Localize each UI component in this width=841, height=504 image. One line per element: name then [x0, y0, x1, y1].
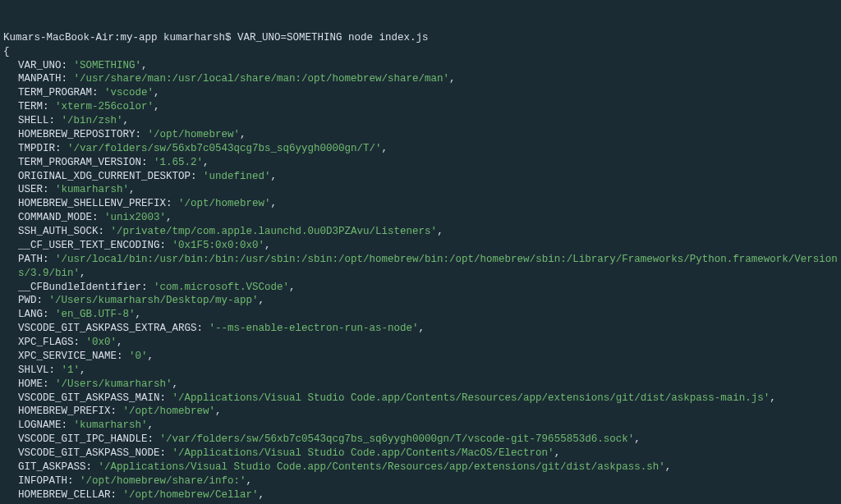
trailing-comma: , — [129, 184, 136, 195]
trailing-comma: , — [123, 115, 130, 126]
env-entry: TERM_PROGRAM_VERSION: '1.65.2', — [3, 156, 838, 170]
colon-separator: : — [86, 461, 99, 473]
env-key: TERM — [18, 101, 43, 112]
object-open-brace: { — [3, 45, 838, 59]
env-value: 'kumarharsh' — [74, 419, 148, 431]
env-entry: XPC_FLAGS: '0x0', — [3, 336, 838, 350]
colon-separator: : — [74, 337, 86, 348]
env-entry: HOMEBREW_PREFIX: '/opt/homebrew', — [3, 405, 838, 419]
colon-separator: : — [49, 364, 62, 376]
env-key: TMPDIR — [18, 143, 55, 154]
trailing-comma: , — [141, 60, 148, 71]
env-key: INFOPATH — [18, 475, 67, 487]
env-entry: TERM_PROGRAM: 'vscode', — [3, 86, 838, 100]
trailing-comma: , — [154, 87, 160, 99]
env-value: '/var/folders/sw/56xb7c0543qcg7bs_sq6yyg… — [160, 433, 635, 445]
colon-separator: : — [62, 419, 74, 431]
colon-separator: : — [136, 129, 148, 140]
env-value: '/Users/kumarharsh' — [55, 378, 172, 390]
trailing-comma: , — [80, 268, 86, 279]
colon-separator: : — [148, 433, 160, 445]
env-entry: PATH: '/usr/local/bin:/usr/bin:/bin:/usr… — [3, 253, 838, 281]
env-entry: VSCODE_GIT_ASKPASS_NODE: '/Applications/… — [3, 447, 838, 460]
colon-separator: : — [197, 323, 209, 334]
env-value: '/Applications/Visual Studio Code.app/Co… — [172, 392, 770, 404]
env-key: LOGNAME — [18, 419, 62, 431]
colon-separator: : — [191, 171, 203, 182]
env-key: VSCODE_GIT_IPC_HANDLE — [18, 433, 148, 445]
env-value: 'xterm-256color' — [55, 101, 154, 112]
trailing-comma: , — [136, 309, 142, 320]
env-value: 'com.microsoft.VSCode' — [154, 282, 289, 293]
env-entry: VSCODE_GIT_ASKPASS_EXTRA_ARGS: '--ms-ena… — [3, 322, 838, 336]
env-entry: VAR_UNO: 'SOMETHING', — [3, 59, 838, 73]
colon-separator: : — [43, 254, 55, 265]
env-key: SHLVL — [18, 364, 49, 376]
trailing-comma: , — [382, 143, 388, 154]
trailing-comma: , — [259, 295, 265, 306]
env-key: USER — [18, 184, 43, 195]
shell-prompt: Kumars-MacBook-Air:my-app kumarharsh$ — [3, 32, 232, 44]
trailing-comma: , — [437, 226, 443, 237]
trailing-comma: , — [271, 171, 278, 182]
env-entry: SSH_AUTH_SOCK: '/private/tmp/com.apple.l… — [3, 225, 838, 239]
colon-separator: : — [160, 392, 172, 404]
env-value: '0x0' — [86, 337, 117, 348]
colon-separator: : — [141, 157, 154, 168]
env-key: MANPATH — [18, 73, 62, 85]
env-key: GIT_ASKPASS — [18, 461, 86, 473]
env-entry: VSCODE_GIT_IPC_HANDLE: '/var/folders/sw/… — [3, 433, 838, 447]
env-entry: INFOPATH: '/opt/homebrew/share/info:', — [3, 474, 838, 488]
env-key: VSCODE_GIT_ASKPASS_NODE — [18, 447, 160, 459]
terminal-output[interactable]: Kumars-MacBook-Air:my-app kumarharsh$ VA… — [3, 3, 838, 504]
colon-separator: : — [43, 101, 55, 112]
env-entry: PWD: '/Users/kumarharsh/Desktop/my-app', — [3, 294, 838, 308]
env-value: '/opt/homebrew/Cellar' — [123, 489, 259, 501]
env-entry: LANG: 'en_GB.UTF-8', — [3, 308, 838, 322]
env-key: ORIGINAL_XDG_CURRENT_DESKTOP — [18, 171, 191, 182]
env-value: '/usr/share/man:/usr/local/share/man:/op… — [74, 73, 450, 85]
env-entry: GIT_ASKPASS: '/Applications/Visual Studi… — [3, 460, 838, 474]
colon-separator: : — [92, 212, 104, 223]
trailing-comma: , — [240, 129, 246, 140]
env-entry: HOMEBREW_CELLAR: '/opt/homebrew/Cellar', — [3, 488, 838, 502]
trailing-comma: , — [215, 405, 222, 417]
env-entry: ORIGINAL_XDG_CURRENT_DESKTOP: 'undefined… — [3, 170, 838, 184]
trailing-comma: , — [259, 489, 265, 501]
env-entry: SHELL: '/bin/zsh', — [3, 114, 838, 128]
env-entry: HOMEBREW_SHELLENV_PREFIX: '/opt/homebrew… — [3, 197, 838, 211]
env-value: '/opt/homebrew' — [123, 405, 216, 417]
env-value: '0x1F5:0x0:0x0' — [172, 240, 265, 251]
colon-separator: : — [43, 309, 55, 320]
trailing-comma: , — [419, 323, 425, 334]
trailing-comma: , — [271, 198, 278, 209]
env-value: '/opt/homebrew' — [178, 198, 271, 209]
entered-command: VAR_UNO=SOMETHING node index.js — [237, 32, 429, 44]
env-entry: TMPDIR: '/var/folders/sw/56xb7c0543qcg7b… — [3, 142, 838, 156]
env-key: XPC_SERVICE_NAME — [18, 351, 117, 362]
trailing-comma: , — [449, 73, 456, 85]
colon-separator: : — [49, 115, 62, 126]
env-key: PWD — [18, 295, 37, 306]
trailing-comma: , — [246, 475, 253, 487]
env-key: COMMAND_MODE — [18, 212, 92, 223]
colon-separator: : — [43, 184, 55, 195]
trailing-comma: , — [148, 351, 154, 362]
env-key: HOMEBREW_SHELLENV_PREFIX — [18, 198, 166, 209]
env-key: LANG — [18, 309, 43, 320]
env-entry: HOMEBREW_REPOSITORY: '/opt/homebrew', — [3, 128, 838, 142]
env-entry: MANPATH: '/usr/share/man:/usr/local/shar… — [3, 72, 838, 86]
env-value: '/usr/local/bin:/usr/bin:/bin:/usr/sbin:… — [18, 254, 838, 279]
env-value: 'vscode' — [104, 87, 154, 99]
colon-separator: : — [37, 295, 49, 306]
trailing-comma: , — [80, 364, 86, 376]
trailing-comma: , — [665, 461, 672, 473]
colon-separator: : — [111, 489, 123, 501]
trailing-comma: , — [166, 212, 172, 223]
env-value: '/opt/homebrew/share/info:' — [80, 475, 246, 487]
env-value: 'undefined' — [203, 171, 271, 182]
env-key: HOMEBREW_PREFIX — [18, 405, 111, 417]
env-key: VSCODE_GIT_ASKPASS_MAIN — [18, 392, 160, 404]
env-key: TERM_PROGRAM_VERSION — [18, 157, 141, 168]
trailing-comma: , — [203, 157, 209, 168]
